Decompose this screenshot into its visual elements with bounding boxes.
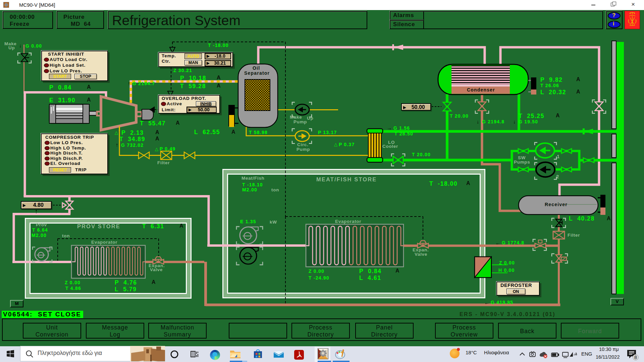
svg-text:8: 8 [634, 355, 637, 360]
